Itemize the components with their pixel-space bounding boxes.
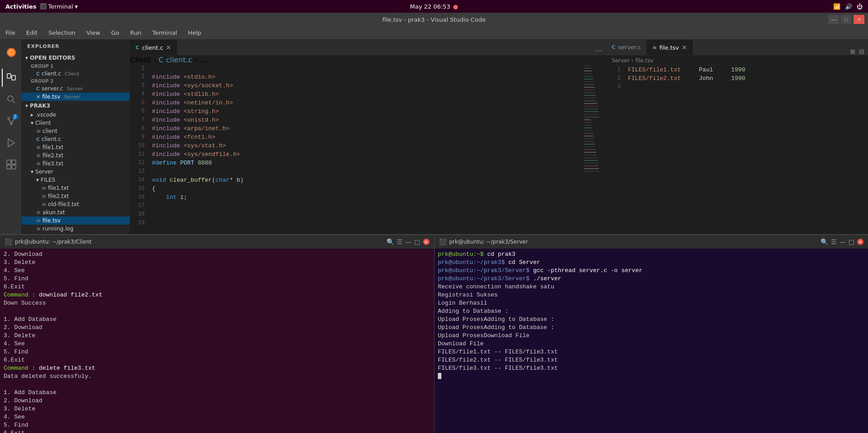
modified-icon: ✕ xyxy=(36,94,40,100)
window-controls: — □ ✕ xyxy=(828,15,864,24)
terminal-title-right: ⬛ prk@ubuntu: ~/prak3/Server 🔍 ☰ — □ ✕ xyxy=(434,235,868,249)
search-icon-right[interactable]: 🔍 xyxy=(821,238,828,245)
window-title: file.tsv - prak3 - Visual Studio Code xyxy=(382,16,486,23)
terminal-title-left: ⬛ prk@ubuntu: ~/prak3/Client 🔍 ☰ — □ ✕ xyxy=(0,235,434,249)
file-akun-txt[interactable]: ≡ akun.txt xyxy=(22,208,130,216)
group1-label: GROUP 1 xyxy=(22,63,130,70)
activity-icon-source-control[interactable]: 1 xyxy=(2,112,20,130)
tsv-row-1: FILES/file1.txt Paul 1990 xyxy=(628,66,864,74)
maximize-button[interactable]: □ xyxy=(841,15,852,24)
files-subfolder[interactable]: ▾ FILES xyxy=(22,176,130,184)
activity-icon-firefox[interactable] xyxy=(2,43,20,61)
menu-go[interactable]: Go xyxy=(109,28,121,37)
activity-icon-extensions[interactable] xyxy=(2,155,20,174)
server-folder[interactable]: ▾ Server xyxy=(22,168,130,176)
vscode-window: file.tsv - prak3 - Visual Studio Code — … xyxy=(0,13,868,433)
tab-close-button[interactable]: ✕ xyxy=(166,44,171,51)
c-icon3: C xyxy=(36,136,40,142)
file-file1-txt[interactable]: ≡ file1.txt xyxy=(22,143,130,151)
file-file2-txt-server[interactable]: ≡ file2.txt xyxy=(22,192,130,200)
activity-icon-search[interactable] xyxy=(2,90,20,108)
menu-run[interactable]: Run xyxy=(128,28,143,37)
menu-selection[interactable]: Selection xyxy=(47,28,77,37)
menu-terminal[interactable]: Terminal xyxy=(151,28,179,37)
c-file-icon: C xyxy=(36,71,40,77)
tab-more-button[interactable]: ··· xyxy=(592,47,606,55)
activity-icon-explorer[interactable] xyxy=(2,69,20,87)
terminal-content-left[interactable]: 2. Download 3. Delete 4. See 5. Find 6.E… xyxy=(0,249,434,423)
kill-icon-left[interactable]: ☰ xyxy=(397,238,403,245)
file-client-c[interactable]: C client.c xyxy=(22,135,130,143)
editor-tabs-left: C client.c ✕ ··· xyxy=(130,40,606,56)
search-icon-left[interactable]: 🔍 xyxy=(387,238,394,245)
tab-file-tsv[interactable]: ≡ file.tsv ✕ xyxy=(647,40,693,55)
code-area-left[interactable]: 12345 678910 1112131415 1617181920 21222… xyxy=(130,64,606,224)
terminal-app-label[interactable]: ⬛ Terminal ▾ xyxy=(40,3,78,10)
minimize-terminal-right[interactable]: — xyxy=(840,238,846,245)
close-button[interactable]: ✕ xyxy=(854,15,864,24)
close-terminal-left[interactable]: ✕ xyxy=(423,239,429,245)
tab-close-button2[interactable]: ✕ xyxy=(682,44,687,51)
code-content-left[interactable]: #include <stdio.h> #include <sys/socket.… xyxy=(148,64,583,224)
open-editor-file-tsv[interactable]: ✕ file.tsv Server xyxy=(22,93,130,101)
svg-marker-14 xyxy=(8,139,14,147)
record-dot: ● xyxy=(453,3,458,10)
layout-icon[interactable]: ⊟ xyxy=(859,48,864,55)
menu-file[interactable]: File xyxy=(4,28,17,37)
svg-rect-17 xyxy=(7,165,11,169)
maximize-terminal-left[interactable]: □ xyxy=(414,238,420,245)
file-client-bin[interactable]: ≡ client xyxy=(22,127,130,135)
file-file1-txt-server[interactable]: ≡ file1.txt xyxy=(22,184,130,192)
menu-edit[interactable]: Edit xyxy=(24,28,39,37)
menu-view[interactable]: View xyxy=(85,28,102,37)
svg-rect-6 xyxy=(12,75,15,80)
client-folder[interactable]: ▾ Client xyxy=(22,119,130,127)
tab-server-c[interactable]: C server.c xyxy=(606,40,647,55)
file-file2-txt[interactable]: ≡ file2.txt xyxy=(22,151,130,160)
file-old-file3[interactable]: ≡ old-file3.txt xyxy=(22,200,130,208)
c-tab-icon: C xyxy=(136,45,139,51)
menu-bar: File Edit Selection View Go Run Terminal… xyxy=(0,26,868,40)
activities-label[interactable]: Activities xyxy=(5,3,37,10)
tsv-content[interactable]: FILES/file1.txt Paul 1990 FILES/file2.tx… xyxy=(624,66,868,224)
vscode-folder[interactable]: ▸ .vscode xyxy=(22,111,130,119)
file-file-tsv[interactable]: ≡ file.tsv xyxy=(22,216,130,225)
title-bar: file.tsv - prak3 - Visual Studio Code — … xyxy=(0,13,868,26)
group2-label: GROUP 2 xyxy=(22,78,130,85)
tsv-row-3 xyxy=(628,83,864,91)
c-tab-icon2: C xyxy=(612,44,615,50)
sidebar-title: EXPLORER xyxy=(22,40,130,53)
volume-icon: 🔊 xyxy=(845,3,852,10)
file-file3-txt[interactable]: ≡ file3.txt xyxy=(22,160,130,168)
minimize-terminal-left[interactable]: — xyxy=(405,238,411,245)
tsv-editor[interactable]: 123 FILES/file1.txt Paul 1990 FILES/file… xyxy=(606,66,868,224)
kill-icon-right[interactable]: ☰ xyxy=(831,238,837,245)
split-editor-icon[interactable]: ⊞ xyxy=(850,48,856,55)
svg-rect-18 xyxy=(12,165,16,169)
svg-point-11 xyxy=(10,123,12,125)
svg-rect-5 xyxy=(7,74,11,78)
editor-tabs-right: C server.c ≡ file.tsv ✕ ⊞ ⊟ xyxy=(606,40,868,56)
minimize-button[interactable]: — xyxy=(828,15,839,24)
maximize-terminal-right[interactable]: □ xyxy=(849,238,854,245)
chevron-down-icon: ▾ xyxy=(25,55,28,61)
folder-icon: ▸ xyxy=(31,112,33,118)
terminal-content-right[interactable]: prk@ubuntu:~$ cd prak3 prk@ubuntu:~/prak… xyxy=(434,249,868,423)
activity-icon-run[interactable] xyxy=(2,134,20,152)
open-editor-server-c[interactable]: C server.c Server xyxy=(22,85,130,93)
open-editors-section[interactable]: ▾ OPEN EDITORS xyxy=(22,53,130,63)
close-terminal-right[interactable]: ✕ xyxy=(857,239,863,245)
minimap-left xyxy=(583,64,606,224)
svg-point-4 xyxy=(10,51,13,54)
line-numbers-left: 12345 678910 1112131415 1617181920 21222… xyxy=(130,64,148,224)
tab-client-c[interactable]: C client.c ✕ xyxy=(130,40,177,55)
tsv-line-numbers: 123 xyxy=(606,66,624,224)
breadcrumb-right: Server › file.tsv xyxy=(606,56,868,66)
source-control-badge: 1 xyxy=(13,114,18,119)
file-running-log[interactable]: ≡ running.log xyxy=(22,225,130,233)
svg-rect-16 xyxy=(12,160,16,164)
chevron-down-icon2: ▾ xyxy=(25,103,28,109)
open-editor-client-c[interactable]: C client.c Client xyxy=(22,70,130,78)
prak3-section[interactable]: ▾ PRAK3 xyxy=(22,101,130,111)
menu-help[interactable]: Help xyxy=(186,28,203,37)
